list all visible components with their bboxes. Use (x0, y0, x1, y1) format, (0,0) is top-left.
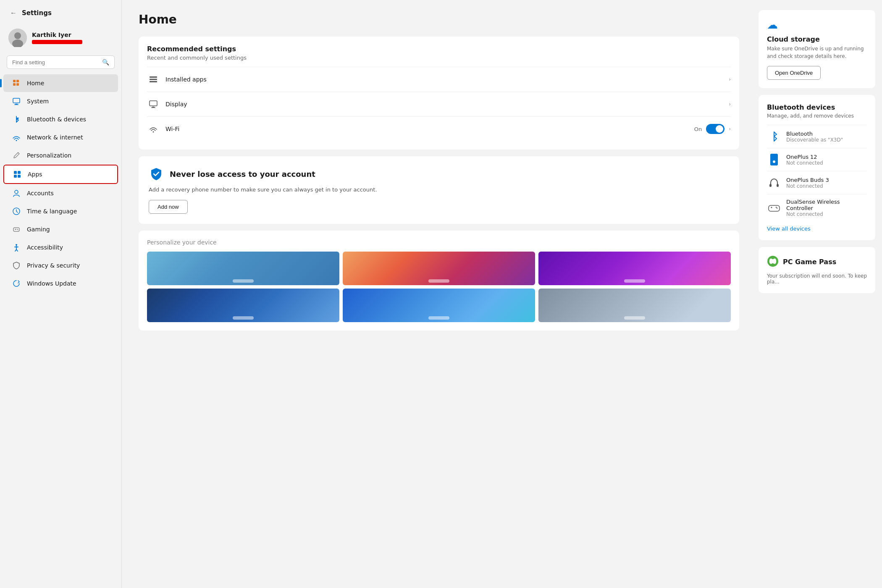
update-icon (12, 279, 21, 288)
sidebar-item-system[interactable]: System (3, 92, 118, 110)
wifi-right[interactable]: On › (694, 124, 731, 134)
sidebar-item-label: Privacy & security (27, 262, 80, 269)
recommended-subtitle: Recent and commonly used settings (147, 55, 731, 61)
right-panel: ☁️ Cloud storage Make sure OneDrive is u… (752, 0, 882, 588)
system-icon (12, 97, 21, 106)
sidebar-item-label: Accounts (27, 190, 54, 197)
sidebar-item-home[interactable]: Home (3, 74, 118, 92)
svg-point-10 (16, 140, 17, 141)
cloud-icon: ☁️ (767, 18, 778, 31)
gamepass-title: PC Game Pass (783, 258, 836, 266)
bluetooth-devices-card: Bluetooth devices Manage, add, and remov… (759, 95, 875, 240)
svg-rect-6 (16, 83, 19, 86)
display-label: Display (165, 101, 723, 108)
main-content: Home Recommended settings Recent and com… (122, 0, 752, 588)
network-icon (12, 133, 21, 142)
sidebar-item-label: Home (27, 80, 44, 87)
wifi-toggle[interactable] (706, 124, 724, 134)
installed-apps-row[interactable]: Installed apps › (147, 67, 731, 92)
installed-apps-label: Installed apps (165, 76, 723, 83)
oneplus12-info: OnePlus 12 Not connected (786, 154, 867, 166)
add-now-button[interactable]: Add now (149, 200, 188, 214)
sidebar-item-personalization[interactable]: Personalization (3, 147, 118, 164)
accessibility-icon (12, 243, 21, 252)
oneplus12-status: Not connected (786, 160, 867, 166)
sidebar-item-label: Accessibility (27, 244, 63, 251)
gaming-icon (12, 225, 21, 234)
sidebar-title: Settings (22, 9, 52, 17)
search-input[interactable] (12, 59, 99, 66)
svg-rect-30 (769, 205, 780, 211)
wifi-status: On (694, 126, 702, 132)
bt-device-buds[interactable]: OnePlus Buds 3 Not connected (767, 171, 867, 194)
svg-point-18 (17, 229, 18, 230)
sidebar-item-accounts[interactable]: Accounts (3, 184, 118, 202)
sidebar-item-privacy[interactable]: Privacy & security (3, 257, 118, 274)
view-all-devices-link[interactable]: View all devices (767, 226, 867, 232)
wallpaper-thumb-5[interactable] (343, 289, 535, 322)
sidebar-header: ← Settings (0, 0, 121, 24)
sidebar-item-label: Personalization (27, 152, 71, 159)
bt-device-dualsense[interactable]: DualSense Wireless Controller Not connec… (767, 194, 867, 221)
wallpaper-thumb-4[interactable] (147, 289, 339, 322)
svg-rect-26 (151, 108, 155, 108)
svg-rect-9 (14, 105, 18, 105)
svg-point-27 (153, 131, 154, 133)
bluetooth-device-name: Bluetooth (786, 131, 867, 137)
chevron-right-icon: › (729, 76, 731, 82)
bluetooth-section-title: Bluetooth devices (767, 103, 867, 111)
security-description: Add a recovery phone number to make sure… (149, 186, 729, 194)
privacy-icon (12, 261, 21, 270)
svg-rect-28 (769, 184, 772, 187)
svg-rect-17 (13, 228, 19, 231)
display-icon (147, 98, 160, 110)
svg-rect-7 (13, 98, 20, 103)
sidebar-item-update[interactable]: Windows Update (3, 275, 118, 292)
wallpaper-thumb-6[interactable] (538, 289, 731, 322)
search-icon: 🔍 (102, 59, 109, 66)
sidebar-item-network[interactable]: Network & internet (3, 129, 118, 146)
cloud-storage-title: Cloud storage (767, 35, 867, 43)
back-button[interactable]: ← (8, 8, 18, 18)
bluetooth-device-info: Bluetooth Discoverable as "X3D" (786, 131, 867, 143)
display-right: › (729, 101, 731, 107)
sidebar-item-label: Bluetooth & devices (27, 116, 86, 123)
display-row[interactable]: Display › (147, 92, 731, 116)
sidebar-item-apps[interactable]: Apps (3, 165, 118, 184)
buds-status: Not connected (786, 183, 867, 189)
taskbar-preview (428, 316, 449, 320)
wallpaper-thumb-1[interactable] (147, 252, 339, 285)
headphones-icon (767, 176, 781, 190)
user-section[interactable]: Karthik Iyer (0, 24, 121, 54)
bt-device-oneplus12[interactable]: OnePlus 12 Not connected (767, 148, 867, 171)
wifi-row[interactable]: Wi-Fi On › (147, 116, 731, 141)
bluetooth-icon (12, 115, 21, 124)
dualsense-name: DualSense Wireless Controller (786, 199, 867, 211)
sidebar-item-label: Apps (28, 171, 42, 178)
sidebar-item-bluetooth[interactable]: Bluetooth & devices (3, 110, 118, 128)
svg-rect-11 (14, 171, 17, 174)
wallpaper-thumb-2[interactable] (343, 252, 535, 285)
svg-point-15 (15, 190, 18, 194)
svg-rect-4 (16, 80, 19, 82)
open-onedrive-button[interactable]: Open OneDrive (767, 66, 821, 80)
sidebar-item-time[interactable]: Time & language (3, 202, 118, 220)
wifi-icon (147, 123, 160, 135)
bluetooth-device-status: Discoverable as "X3D" (786, 137, 867, 143)
sidebar-item-label: Gaming (27, 226, 50, 233)
shield-icon (149, 166, 164, 181)
bt-device-bluetooth[interactable]: Bluetooth Discoverable as "X3D" (767, 125, 867, 148)
time-icon (12, 207, 21, 216)
avatar (8, 29, 27, 47)
svg-rect-13 (14, 175, 17, 178)
search-box[interactable]: 🔍 (7, 55, 115, 69)
taskbar-preview (624, 279, 645, 283)
sidebar-item-gaming[interactable]: Gaming (3, 220, 118, 238)
home-icon (12, 79, 21, 88)
svg-rect-3 (13, 80, 16, 82)
sidebar-item-accessibility[interactable]: Accessibility (3, 239, 118, 256)
security-title: Never lose access to your account (170, 170, 315, 178)
wallpaper-thumb-3[interactable] (538, 252, 731, 285)
personalize-card: Personalize your device (139, 231, 739, 331)
dualsense-status: Not connected (786, 211, 867, 217)
